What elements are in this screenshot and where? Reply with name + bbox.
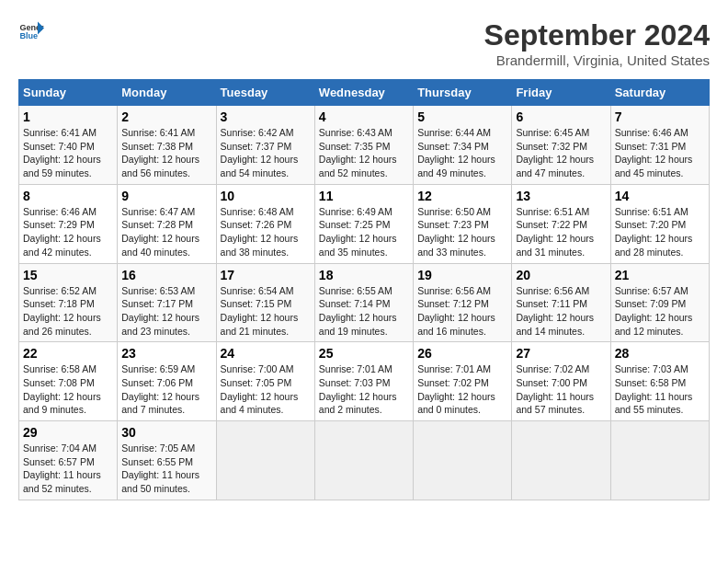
col-thursday: Thursday: [414, 80, 512, 106]
day-info: Sunrise: 7:00 AMSunset: 7:05 PMDaylight:…: [221, 363, 299, 415]
table-row: 15 Sunrise: 6:52 AMSunset: 7:18 PMDaylig…: [19, 263, 710, 342]
calendar-cell: 1 Sunrise: 6:41 AMSunset: 7:40 PMDayligh…: [19, 106, 118, 185]
day-number: 5: [417, 109, 507, 124]
calendar-cell: 11 Sunrise: 6:49 AMSunset: 7:25 PMDaylig…: [314, 184, 413, 263]
calendar-cell: [414, 421, 512, 500]
day-info: Sunrise: 6:41 AMSunset: 7:38 PMDaylight:…: [121, 127, 199, 178]
day-info: Sunrise: 6:59 AMSunset: 7:06 PMDaylight:…: [121, 363, 199, 415]
day-info: Sunrise: 6:44 AMSunset: 7:34 PMDaylight:…: [417, 127, 495, 178]
col-wednesday: Wednesday: [314, 80, 413, 106]
col-tuesday: Tuesday: [216, 80, 314, 106]
day-number: 29: [23, 425, 113, 440]
day-info: Sunrise: 6:56 AMSunset: 7:12 PMDaylight:…: [417, 285, 495, 337]
day-number: 12: [417, 189, 507, 203]
day-number: 30: [121, 425, 211, 440]
day-info: Sunrise: 6:49 AMSunset: 7:25 PMDaylight:…: [319, 206, 397, 258]
day-number: 9: [121, 189, 211, 203]
day-number: 24: [221, 346, 311, 361]
day-number: 20: [516, 268, 606, 282]
day-number: 15: [23, 268, 113, 282]
calendar-cell: 16 Sunrise: 6:53 AMSunset: 7:17 PMDaylig…: [118, 263, 216, 342]
calendar-cell: 22 Sunrise: 6:58 AMSunset: 7:08 PMDaylig…: [19, 342, 118, 421]
svg-text:Blue: Blue: [19, 31, 38, 40]
day-info: Sunrise: 6:43 AMSunset: 7:35 PMDaylight:…: [319, 127, 397, 178]
day-number: 11: [319, 189, 409, 203]
calendar-cell: 12 Sunrise: 6:50 AMSunset: 7:23 PMDaylig…: [414, 184, 512, 263]
column-header-row: Sunday Monday Tuesday Wednesday Thursday…: [19, 80, 710, 106]
day-number: 23: [121, 346, 211, 361]
day-info: Sunrise: 6:41 AMSunset: 7:40 PMDaylight:…: [23, 127, 101, 178]
calendar-cell: 28 Sunrise: 7:03 AMSunset: 6:58 PMDaylig…: [610, 342, 709, 421]
calendar-cell: 13 Sunrise: 6:51 AMSunset: 7:22 PMDaylig…: [512, 184, 610, 263]
calendar-cell: 18 Sunrise: 6:55 AMSunset: 7:14 PMDaylig…: [314, 263, 413, 342]
day-info: Sunrise: 6:57 AMSunset: 7:09 PMDaylight:…: [615, 285, 693, 337]
calendar-cell: 21 Sunrise: 6:57 AMSunset: 7:09 PMDaylig…: [610, 263, 709, 342]
day-number: 7: [615, 109, 705, 124]
calendar-cell: 9 Sunrise: 6:47 AMSunset: 7:28 PMDayligh…: [118, 184, 216, 263]
day-number: 3: [221, 109, 311, 124]
day-number: 6: [516, 109, 606, 124]
table-row: 1 Sunrise: 6:41 AMSunset: 7:40 PMDayligh…: [19, 106, 710, 185]
day-info: Sunrise: 7:02 AMSunset: 7:00 PMDaylight:…: [516, 363, 594, 415]
day-info: Sunrise: 6:58 AMSunset: 7:08 PMDaylight:…: [23, 363, 101, 415]
day-number: 17: [221, 268, 311, 282]
day-number: 21: [615, 268, 705, 282]
table-row: 29 Sunrise: 7:04 AMSunset: 6:57 PMDaylig…: [19, 421, 710, 500]
day-info: Sunrise: 6:56 AMSunset: 7:11 PMDaylight:…: [516, 285, 594, 337]
col-friday: Friday: [512, 80, 610, 106]
calendar-cell: 24 Sunrise: 7:00 AMSunset: 7:05 PMDaylig…: [216, 342, 314, 421]
page-subtitle: Brandermill, Virginia, United States: [484, 52, 710, 68]
col-saturday: Saturday: [610, 80, 709, 106]
day-info: Sunrise: 7:01 AMSunset: 7:02 PMDaylight:…: [417, 363, 495, 415]
day-number: 26: [417, 346, 507, 361]
day-number: 4: [319, 109, 409, 124]
col-monday: Monday: [118, 80, 216, 106]
day-number: 25: [319, 346, 409, 361]
day-info: Sunrise: 6:45 AMSunset: 7:32 PMDaylight:…: [516, 127, 594, 178]
day-info: Sunrise: 6:51 AMSunset: 7:22 PMDaylight:…: [516, 206, 594, 258]
calendar-cell: 25 Sunrise: 7:01 AMSunset: 7:03 PMDaylig…: [314, 342, 413, 421]
col-sunday: Sunday: [19, 80, 118, 106]
day-info: Sunrise: 6:42 AMSunset: 7:37 PMDaylight:…: [221, 127, 299, 178]
day-number: 1: [23, 109, 113, 124]
day-info: Sunrise: 6:47 AMSunset: 7:28 PMDaylight:…: [121, 206, 199, 258]
day-info: Sunrise: 7:03 AMSunset: 6:58 PMDaylight:…: [615, 363, 693, 415]
calendar-cell: 10 Sunrise: 6:48 AMSunset: 7:26 PMDaylig…: [216, 184, 314, 263]
calendar-cell: 29 Sunrise: 7:04 AMSunset: 6:57 PMDaylig…: [19, 421, 118, 500]
title-area: September 2024 Brandermill, Virginia, Un…: [484, 18, 710, 68]
day-info: Sunrise: 6:52 AMSunset: 7:18 PMDaylight:…: [23, 285, 101, 337]
calendar-cell: 5 Sunrise: 6:44 AMSunset: 7:34 PMDayligh…: [414, 106, 512, 185]
calendar-cell: 30 Sunrise: 7:05 AMSunset: 6:55 PMDaylig…: [118, 421, 216, 500]
day-number: 2: [121, 109, 211, 124]
day-number: 18: [319, 268, 409, 282]
table-row: 22 Sunrise: 6:58 AMSunset: 7:08 PMDaylig…: [19, 342, 710, 421]
day-info: Sunrise: 6:46 AMSunset: 7:31 PMDaylight:…: [615, 127, 693, 178]
calendar-cell: 17 Sunrise: 6:54 AMSunset: 7:15 PMDaylig…: [216, 263, 314, 342]
calendar-cell: 6 Sunrise: 6:45 AMSunset: 7:32 PMDayligh…: [512, 106, 610, 185]
day-number: 13: [516, 189, 606, 203]
logo: General Blue: [18, 18, 44, 44]
calendar-cell: 2 Sunrise: 6:41 AMSunset: 7:38 PMDayligh…: [118, 106, 216, 185]
day-number: 22: [23, 346, 113, 361]
day-number: 10: [221, 189, 311, 203]
calendar-cell: 7 Sunrise: 6:46 AMSunset: 7:31 PMDayligh…: [610, 106, 709, 185]
page-title: September 2024: [484, 18, 710, 52]
day-info: Sunrise: 7:01 AMSunset: 7:03 PMDaylight:…: [319, 363, 397, 415]
day-number: 16: [121, 268, 211, 282]
day-info: Sunrise: 6:46 AMSunset: 7:29 PMDaylight:…: [23, 206, 101, 258]
calendar-cell: [512, 421, 610, 500]
calendar-cell: [314, 421, 413, 500]
calendar-table: Sunday Monday Tuesday Wednesday Thursday…: [18, 79, 710, 500]
day-info: Sunrise: 6:54 AMSunset: 7:15 PMDaylight:…: [221, 285, 299, 337]
calendar-cell: 26 Sunrise: 7:01 AMSunset: 7:02 PMDaylig…: [414, 342, 512, 421]
day-number: 28: [615, 346, 705, 361]
calendar-cell: 14 Sunrise: 6:51 AMSunset: 7:20 PMDaylig…: [610, 184, 709, 263]
day-info: Sunrise: 6:48 AMSunset: 7:26 PMDaylight:…: [221, 206, 299, 258]
day-info: Sunrise: 6:50 AMSunset: 7:23 PMDaylight:…: [417, 206, 495, 258]
calendar-cell: 3 Sunrise: 6:42 AMSunset: 7:37 PMDayligh…: [216, 106, 314, 185]
day-number: 19: [417, 268, 507, 282]
day-info: Sunrise: 6:51 AMSunset: 7:20 PMDaylight:…: [615, 206, 693, 258]
calendar-cell: 27 Sunrise: 7:02 AMSunset: 7:00 PMDaylig…: [512, 342, 610, 421]
day-info: Sunrise: 6:53 AMSunset: 7:17 PMDaylight:…: [121, 285, 199, 337]
logo-icon: General Blue: [18, 18, 44, 44]
